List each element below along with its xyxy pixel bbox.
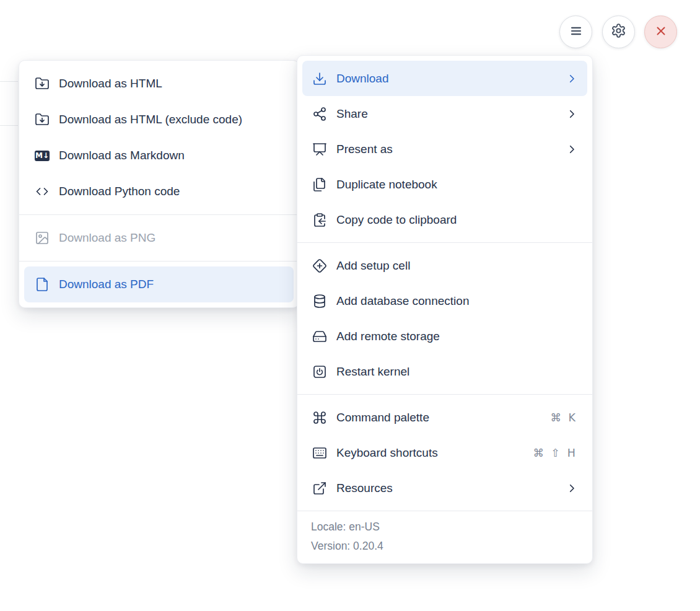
- power-square-icon: [312, 364, 327, 379]
- menu-item-download[interactable]: Download: [302, 61, 587, 96]
- menu-item-label: Download Python code: [59, 185, 283, 198]
- menu-item-label: Add remote storage: [336, 330, 577, 343]
- menu-item-download-as-png: Download as PNG: [24, 220, 294, 256]
- database-icon: [312, 294, 327, 309]
- menu-footer: Locale: en-US Version: 0.20.4: [297, 511, 592, 563]
- menu-item-label: Share: [336, 107, 566, 121]
- image-icon: [35, 231, 50, 245]
- keyboard-shortcut-hint: ⌘ K: [550, 411, 577, 424]
- hamburger-icon: [569, 24, 584, 41]
- chevron-right-icon: [566, 108, 577, 120]
- markdown-badge-text: M↓: [35, 151, 50, 161]
- menu-item-label: Add database connection: [336, 294, 577, 308]
- menu-item-add-database-connection[interactable]: Add database connection: [302, 283, 587, 319]
- markdown-badge-icon: M↓: [35, 148, 50, 163]
- clipboard-copy-icon: [312, 213, 327, 227]
- folder-download-icon: [35, 76, 50, 91]
- code-icon: [35, 184, 50, 199]
- menu-separator: [19, 261, 299, 262]
- menu-item-resources[interactable]: Resources: [302, 470, 587, 506]
- menu-item-label: Download as HTML: [59, 77, 283, 90]
- menu-item-label: Add setup cell: [336, 259, 577, 273]
- external-link-icon: [312, 481, 327, 496]
- menu-item-copy-code-to-clipboard[interactable]: Copy code to clipboard: [302, 202, 587, 237]
- menu-item-label: Restart kernel: [336, 365, 577, 379]
- menu-separator: [19, 214, 299, 215]
- menu-item-label: Download as PDF: [59, 278, 283, 291]
- menu-separator: [297, 242, 592, 243]
- close-x-icon: [654, 24, 668, 41]
- settings-button[interactable]: [602, 15, 635, 48]
- menu-item-share[interactable]: Share: [302, 96, 587, 131]
- menu-item-label: Download as Markdown: [59, 149, 283, 162]
- command-icon: [312, 410, 327, 425]
- diamond-plus-icon: [312, 258, 327, 273]
- download-submenu: Download as HTML Download as HTML (exclu…: [19, 60, 299, 308]
- menu-item-label: Command palette: [336, 411, 550, 424]
- menu-item-label: Present as: [336, 143, 566, 156]
- background-divider-line: [0, 125, 18, 126]
- menu-item-download-python-code[interactable]: Download Python code: [24, 174, 294, 209]
- download-icon: [312, 71, 327, 86]
- menu-item-label: Copy code to clipboard: [336, 213, 577, 227]
- presentation-icon: [312, 142, 327, 157]
- gear-icon: [611, 23, 626, 41]
- close-button[interactable]: [644, 15, 677, 48]
- menu-item-label: Download as HTML (exclude code): [59, 113, 283, 126]
- menu-item-present-as[interactable]: Present as: [302, 131, 587, 167]
- menu-separator: [297, 394, 592, 395]
- menu-item-duplicate-notebook[interactable]: Duplicate notebook: [302, 167, 587, 202]
- menu-item-add-setup-cell[interactable]: Add setup cell: [302, 248, 587, 283]
- chevron-right-icon: [566, 73, 577, 84]
- menu-item-restart-kernel[interactable]: Restart kernel: [302, 354, 587, 389]
- menu-item-label: Download as PNG: [59, 231, 283, 245]
- hard-drive-icon: [312, 329, 327, 344]
- duplicate-files-icon: [312, 177, 327, 192]
- menu-item-label: Duplicate notebook: [336, 178, 577, 191]
- file-icon: [35, 277, 50, 292]
- menu-item-add-remote-storage[interactable]: Add remote storage: [302, 319, 587, 354]
- menu-item-command-palette[interactable]: Command palette ⌘ K: [302, 400, 587, 435]
- menu-item-download-as-markdown[interactable]: M↓ Download as Markdown: [24, 138, 294, 174]
- menu-item-label: Resources: [336, 481, 566, 495]
- notebook-menu: Download Share Present as Duplicate note…: [297, 55, 593, 564]
- keyboard-shortcut-hint: ⌘ ⇧ H: [533, 447, 577, 459]
- chevron-right-icon: [566, 483, 577, 494]
- menu-item-keyboard-shortcuts[interactable]: Keyboard shortcuts ⌘ ⇧ H: [302, 435, 587, 470]
- share-icon: [312, 107, 327, 121]
- menu-item-label: Download: [336, 72, 566, 86]
- background-divider-line: [0, 81, 18, 82]
- keyboard-icon: [312, 446, 327, 460]
- locale-text: Locale: en-US: [297, 517, 592, 537]
- folder-download-icon: [35, 112, 50, 127]
- menu-button[interactable]: [559, 15, 592, 48]
- version-text: Version: 0.20.4: [297, 537, 592, 556]
- menu-item-label: Keyboard shortcuts: [336, 446, 533, 460]
- menu-item-download-as-pdf[interactable]: Download as PDF: [24, 266, 294, 302]
- menu-item-download-as-html-exclude-code[interactable]: Download as HTML (exclude code): [24, 102, 294, 138]
- menu-item-download-as-html[interactable]: Download as HTML: [24, 66, 294, 102]
- chevron-right-icon: [566, 144, 577, 155]
